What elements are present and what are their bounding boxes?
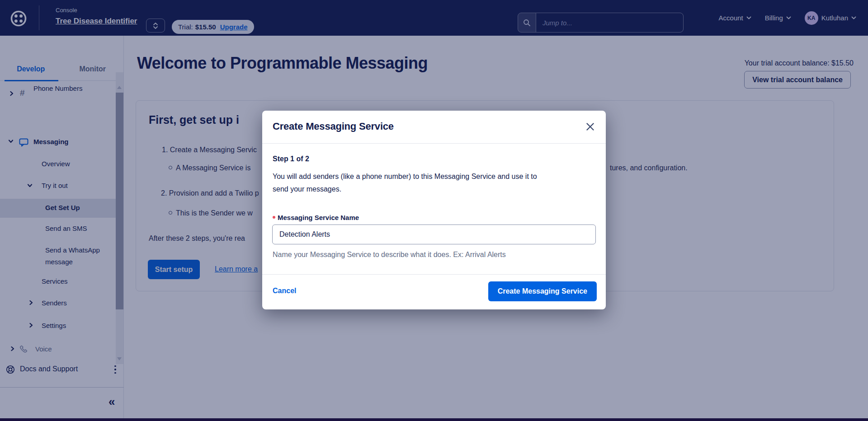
modal-header-divider xyxy=(262,143,606,144)
service-name-input[interactable] xyxy=(272,225,596,244)
create-messaging-service-modal: Create Messaging Service Step 1 of 2 You… xyxy=(262,111,606,309)
modal-footer-divider xyxy=(262,274,606,275)
required-dot-icon xyxy=(273,216,275,219)
close-icon[interactable] xyxy=(585,122,595,131)
service-name-label: Messaging Service Name xyxy=(273,214,359,221)
service-name-label-text: Messaging Service Name xyxy=(278,214,359,221)
window-bottom-edge xyxy=(0,418,868,421)
twilio-console-app: Console Tree Disease Identifier Trial: $… xyxy=(0,0,868,421)
modal-step-label: Step 1 of 2 xyxy=(273,155,309,163)
cancel-button[interactable]: Cancel xyxy=(273,287,296,295)
modal-description: You will add senders (like a phone numbe… xyxy=(273,170,544,196)
modal-title: Create Messaging Service xyxy=(273,121,394,132)
service-name-helper: Name your Messaging Service to describe … xyxy=(273,251,506,259)
create-messaging-service-button[interactable]: Create Messaging Service xyxy=(488,281,597,301)
